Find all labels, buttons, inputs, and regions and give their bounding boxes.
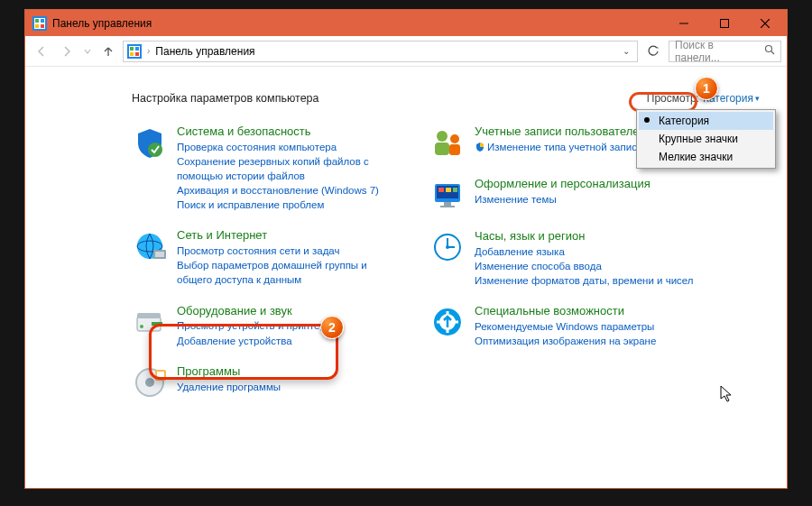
address-dropdown-icon[interactable]: ⌄ [619,46,633,56]
cursor-icon [720,385,733,403]
navbar: › Панель управления ⌄ Поиск в панели... [25,36,787,67]
chevron-down-icon: ▾ [755,94,760,103]
category-l0: Система и безопасностьПроверка состояния… [132,124,402,212]
dropdown-label: Крупные значки [659,133,738,145]
svg-point-31 [437,131,448,142]
svg-rect-5 [41,24,44,28]
svg-rect-12 [130,47,134,51]
svg-point-16 [766,46,772,52]
category-r1: Оформление и персонализацияИзменение тем… [429,177,700,213]
search-placeholder: Поиск в панели... [675,39,761,64]
svg-rect-34 [449,144,460,155]
back-button[interactable] [31,41,52,62]
svg-rect-32 [435,143,449,155]
category-link[interactable]: Рекомендуемые Windows параметры [475,319,656,334]
titlebar: Панель управления [25,10,787,36]
category-link[interactable]: Просмотр устройств и принтеров [177,318,337,333]
svg-rect-15 [135,52,139,56]
svg-rect-13 [135,47,139,51]
category-title[interactable]: Система и безопасность [177,124,402,140]
category-icon[interactable] [132,228,168,264]
svg-point-28 [145,378,154,387]
category-link[interactable]: Удаление программы [177,380,281,394]
forward-button[interactable] [56,41,78,62]
annotation-badge-1: 1 [695,77,718,100]
minimize-button[interactable] [663,11,704,36]
dropdown-label: Категория [659,115,709,127]
category-title[interactable]: Оборудование и звук [177,304,337,319]
svg-rect-4 [35,24,39,28]
category-l1: Сеть и ИнтернетПросмотр состояния сети и… [132,228,402,287]
svg-rect-14 [130,52,134,56]
recent-dropdown[interactable] [81,41,94,62]
category-icon[interactable] [429,124,466,161]
maximize-button[interactable] [704,11,744,36]
control-panel-icon [32,16,47,31]
svg-rect-2 [35,19,39,23]
category-link[interactable]: Сохранение резервных копий файлов с помо… [177,154,402,183]
svg-rect-39 [438,188,444,192]
svg-rect-25 [152,322,162,326]
svg-rect-41 [453,188,457,192]
category-title[interactable]: Учетные записи пользователей [475,124,646,140]
category-link[interactable]: Изменение способа ввода [475,259,694,273]
category-link[interactable]: Проверка состояния компьютера [177,140,402,154]
category-icon[interactable] [429,229,466,265]
category-icon[interactable] [132,124,168,161]
address-bar[interactable]: › Панель управления ⌄ [123,41,638,62]
category-link[interactable]: Добавление языка [475,244,694,259]
window: Панель управления › Панель управления ⌄ … [24,9,788,489]
svg-point-26 [140,325,143,328]
search-icon [764,44,775,58]
svg-rect-24 [137,313,161,318]
svg-line-17 [771,51,774,54]
category-r2: Часы, язык и регионДобавление языкаИзмен… [429,229,700,288]
category-link[interactable]: Выбор параметров домашней группы и общег… [177,258,402,287]
view-dropdown-menu: Категория Крупные значки Мелкие значки [636,109,776,169]
category-link[interactable]: Просмотр состояния сети и задач [177,244,402,258]
svg-rect-40 [446,188,451,192]
search-input[interactable]: Поиск в панели... [669,41,781,62]
category-link[interactable]: Добавление устройства [177,334,337,348]
address-icon [127,44,142,59]
svg-rect-30 [157,372,164,377]
dropdown-label: Мелкие значки [659,151,733,163]
category-icon[interactable] [429,304,466,340]
page-title: Настройка параметров компьютера [132,92,318,105]
svg-point-45 [446,245,449,249]
category-title[interactable]: Оформление и персонализация [475,177,651,192]
chevron-right-icon: › [147,46,150,56]
address-text: Панель управления [155,45,254,58]
dropdown-item-category[interactable]: Категория [639,112,773,130]
category-title[interactable]: Программы [177,364,281,380]
category-icon[interactable] [429,177,466,213]
category-r3: Специальные возможностиРекомендуемые Win… [429,304,700,348]
svg-point-33 [450,134,459,143]
category-link[interactable]: Архивация и восстановление (Windows 7) [177,183,402,198]
annotation-badge-2: 2 [320,316,344,339]
dropdown-item-small-icons[interactable]: Мелкие значки [639,148,773,166]
category-link[interactable]: Изменение темы [475,192,651,207]
dropdown-item-large-icons[interactable]: Крупные значки [639,130,773,148]
window-title: Панель управления [52,17,663,30]
svg-rect-37 [444,202,451,206]
category-title[interactable]: Специальные возможности [475,304,656,319]
svg-rect-3 [41,19,44,23]
category-icon[interactable] [132,364,168,400]
up-button[interactable] [97,41,119,62]
category-link[interactable]: Поиск и исправление проблем [177,198,402,212]
category-link[interactable]: Оптимизация изображения на экране [475,334,656,348]
svg-rect-38 [440,206,455,207]
close-button[interactable] [744,11,785,36]
view-label: Просмотр: [647,92,699,105]
svg-rect-7 [720,19,728,27]
category-l2: Оборудование и звукПросмотр устройств и … [132,304,402,348]
svg-rect-22 [155,252,164,257]
category-l3: ПрограммыУдаление программы [132,364,402,400]
category-link[interactable]: Изменение форматов даты, времени и чисел [475,273,694,288]
category-title[interactable]: Часы, язык и регион [475,229,694,244]
category-title[interactable]: Сеть и Интернет [177,228,402,244]
refresh-button[interactable] [641,41,665,62]
category-link[interactable]: Изменение типа учетной записи [475,140,646,154]
category-icon[interactable] [132,304,168,340]
